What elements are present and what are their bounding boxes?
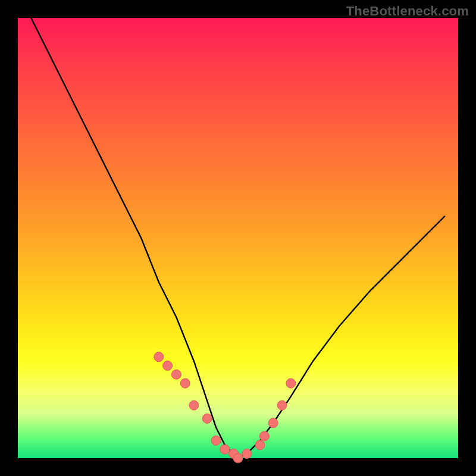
plot-area xyxy=(18,18,458,458)
marker-dot xyxy=(154,352,164,362)
curve-line xyxy=(31,18,445,458)
marker-dot xyxy=(189,400,199,410)
marker-dot xyxy=(242,449,252,459)
chart-canvas: TheBottleneck.com xyxy=(0,0,476,476)
marker-dot xyxy=(233,453,243,463)
marker-dot xyxy=(220,444,230,454)
marker-dot xyxy=(171,369,181,379)
watermark-text: TheBottleneck.com xyxy=(346,4,469,19)
marker-dot xyxy=(277,400,287,410)
marker-dot xyxy=(286,378,296,388)
marker-dot xyxy=(259,431,269,441)
marker-dot xyxy=(255,440,265,450)
marker-dot xyxy=(268,418,278,428)
marker-dot xyxy=(180,378,190,388)
marker-dot xyxy=(163,361,173,371)
marker-points xyxy=(154,352,296,463)
curve-svg xyxy=(18,18,458,458)
marker-dot xyxy=(211,436,221,445)
marker-dot xyxy=(202,414,212,423)
